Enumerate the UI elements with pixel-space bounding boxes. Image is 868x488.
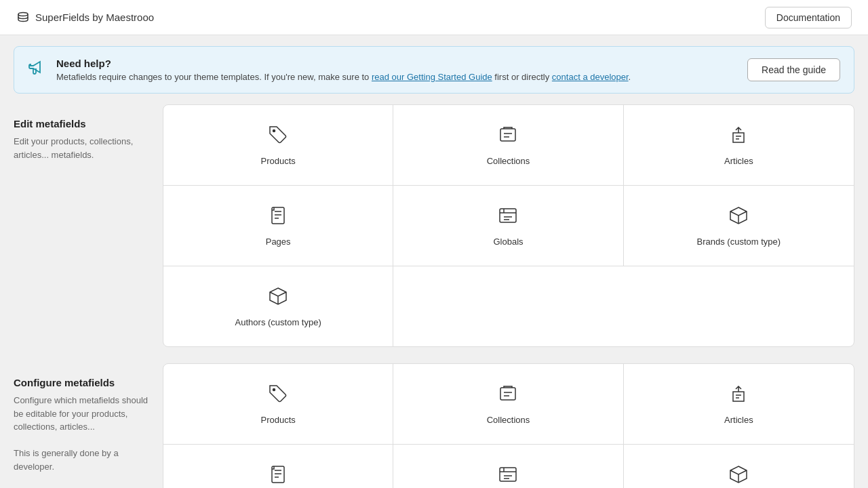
edit-globals-cell[interactable]: Globals: [393, 186, 623, 266]
configure-section-label: Configure metafields Configure which met…: [14, 363, 163, 488]
edit-brands-label: Brands (custom type): [697, 237, 781, 247]
edit-grid: Products Collections Articles: [163, 105, 854, 346]
edit-section-label: Edit metafields Edit your products, coll…: [14, 104, 163, 347]
configure-tag-icon: [267, 383, 289, 408]
configure-grid: Products Collections Articles: [163, 364, 854, 488]
edit-authors-label: Authors (custom type): [235, 317, 321, 327]
svg-point-0: [18, 12, 28, 16]
main-content: Edit metafields Edit your products, coll…: [0, 104, 868, 488]
configure-pages-cell[interactable]: Pages: [163, 445, 393, 488]
configure-section-description: Configure which metafields should be edi…: [14, 394, 149, 473]
edit-articles-label: Articles: [724, 156, 753, 166]
configure-articles-label: Articles: [724, 415, 753, 425]
svg-point-1: [273, 130, 275, 132]
tag-icon: [267, 124, 289, 149]
edit-pages-cell[interactable]: Pages: [163, 186, 393, 266]
svg-rect-8: [500, 468, 516, 481]
configure-collection-icon: [497, 383, 519, 408]
documentation-button[interactable]: Documentation: [765, 7, 852, 28]
globals-icon: [497, 205, 519, 230]
edit-authors-cell[interactable]: Authors (custom type): [163, 266, 393, 346]
edit-grid-container: Products Collections Articles: [163, 104, 854, 347]
edit-products-cell[interactable]: Products: [163, 105, 393, 186]
edit-pages-label: Pages: [266, 237, 291, 247]
configure-collections-cell[interactable]: Collections: [393, 364, 623, 445]
edit-empty-cell-2: [624, 266, 854, 346]
edit-products-label: Products: [261, 156, 296, 166]
configure-globals-cell[interactable]: Globals: [393, 445, 623, 488]
articles-icon: [728, 124, 749, 149]
edit-articles-cell[interactable]: Articles: [624, 105, 854, 186]
svg-rect-4: [500, 209, 516, 222]
edit-section-description: Edit your products, collections, article…: [14, 135, 149, 161]
megaphone-icon: [28, 59, 47, 82]
help-banner: Need help? Metafields require changes to…: [14, 46, 854, 94]
app-title: SuperFields by Maestrooo: [35, 12, 154, 23]
configure-globals-icon: [497, 464, 519, 488]
app-header: SuperFields by Maestrooo Documentation: [0, 0, 868, 35]
edit-collections-label: Collections: [487, 156, 530, 166]
configure-collections-label: Collections: [487, 415, 530, 425]
pages-icon: [267, 205, 289, 230]
edit-metafields-section: Edit metafields Edit your products, coll…: [14, 104, 854, 347]
banner-description: Metafields require changes to your theme…: [56, 72, 631, 82]
edit-globals-label: Globals: [493, 237, 523, 247]
svg-rect-2: [500, 129, 515, 141]
configure-section-heading: Configure metafields: [14, 377, 149, 388]
configure-grid-container: Products Collections Articles: [163, 363, 854, 488]
svg-rect-6: [500, 388, 515, 400]
configure-pages-icon: [267, 464, 289, 488]
banner-content: Need help? Metafields require changes to…: [28, 58, 631, 82]
collection-icon: [497, 124, 519, 149]
banner-text-block: Need help? Metafields require changes to…: [56, 58, 631, 82]
edit-empty-cell-1: [393, 266, 623, 346]
edit-brands-cell[interactable]: Brands (custom type): [624, 186, 854, 266]
configure-products-label: Products: [261, 415, 296, 425]
banner-text-after: .: [629, 72, 631, 82]
svg-point-5: [273, 389, 275, 391]
box-icon-brands: [728, 205, 749, 230]
configure-products-cell[interactable]: Products: [163, 364, 393, 445]
configure-articles-cell[interactable]: Articles: [624, 364, 854, 445]
getting-started-link[interactable]: read our Getting Started Guide: [372, 72, 492, 82]
edit-section-heading: Edit metafields: [14, 118, 149, 129]
edit-collections-cell[interactable]: Collections: [393, 105, 623, 186]
banner-text-between: first or directly: [492, 72, 552, 82]
app-logo: SuperFields by Maestrooo: [16, 11, 154, 24]
configure-articles-icon: [728, 383, 749, 408]
box-icon-authors: [267, 285, 289, 310]
configure-box-icon: [728, 464, 749, 488]
contact-developer-link[interactable]: contact a developer: [552, 72, 629, 82]
read-guide-button[interactable]: Read the guide: [747, 58, 840, 81]
database-icon: [16, 11, 30, 24]
configure-metafields-section: Configure metafields Configure which met…: [14, 363, 854, 488]
banner-text-before: Metafields require changes to your theme…: [56, 72, 372, 82]
configure-custom-objects-cell[interactable]: Custom objects: [624, 445, 854, 488]
banner-title: Need help?: [56, 58, 631, 69]
